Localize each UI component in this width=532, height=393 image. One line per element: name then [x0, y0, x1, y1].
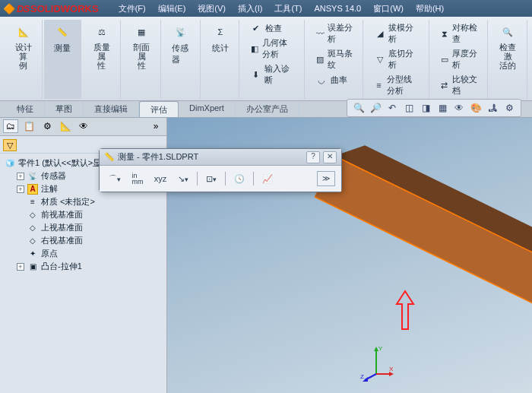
statistics-button[interactable]: Σ 统计	[208, 21, 233, 55]
thickness-icon: ▭	[440, 53, 449, 65]
tree-right-plane[interactable]: ◇ 右视基准面	[15, 234, 163, 247]
tab-dimxpert[interactable]: DimXpert	[179, 101, 236, 117]
measure-dialog-titlebar[interactable]: 📏 测量 - 零件1.SLDPRT ? ✕	[100, 149, 341, 166]
check-button[interactable]: ✔检查	[247, 21, 298, 35]
tree-material[interactable]: ≡ 材质 <未指定>	[15, 195, 163, 208]
part-icon: 🧊	[5, 158, 15, 169]
app-vendor: DS	[17, 3, 29, 14]
compare-icon: ⇄	[440, 79, 449, 91]
sensor-label: 传感器	[172, 43, 191, 65]
menu-view[interactable]: 视图(V)	[192, 1, 232, 17]
parting-line-button[interactable]: ≡分型线分析	[371, 73, 422, 97]
xyz-button[interactable]: xyz	[151, 170, 169, 187]
projection-button[interactable]: ↘▾	[174, 170, 192, 187]
menu-insert[interactable]: 插入(I)	[232, 1, 268, 17]
collapse-button[interactable]: ≫	[317, 171, 335, 186]
feature-tree-tab-icon[interactable]: 🗂	[3, 119, 18, 133]
draft-icon: ◢	[374, 27, 385, 40]
close-button[interactable]: ✕	[323, 151, 337, 163]
tree-front-plane[interactable]: ◇ 前视基准面	[15, 208, 163, 221]
expand-icon[interactable]: +	[17, 263, 24, 271]
dimxpert-tab-icon[interactable]: 📐	[58, 119, 73, 133]
view-triad-icon: Y X Z	[357, 344, 395, 382]
tab-sketch[interactable]: 草图	[45, 101, 84, 117]
sensor-button[interactable]: 📡 传感器	[169, 21, 194, 67]
tab-direct-edit[interactable]: 直接编辑	[84, 101, 139, 117]
units-button[interactable]: in mm	[128, 170, 147, 187]
property-tab-icon[interactable]: 📋	[21, 119, 36, 133]
view-settings-icon[interactable]: ⚙	[502, 101, 516, 115]
zoom-fit-icon[interactable]: 🔍	[352, 101, 366, 115]
plane-icon: ◇	[27, 236, 38, 246]
check-active-label: 检查激 活的	[499, 43, 518, 70]
parting-line-icon: ≡	[374, 79, 383, 91]
section-props-button[interactable]: ▦ 剖面属 性	[128, 21, 154, 71]
sensor-icon: 📡	[172, 23, 190, 41]
annotations-icon: A	[27, 184, 38, 195]
ribbon: 📐 设计算 例 📏 测量 ⚖ 质量属 性 ▦ 剖面属 性 📡 传感器 Σ 统计	[0, 17, 532, 101]
design-study-button[interactable]: 📐 设计算 例	[11, 21, 36, 71]
menubar: 🔶 DS SOLIDWORKS 文件(F) 编辑(E) 视图(V) 插入(I) …	[0, 0, 532, 17]
measure-label: 测量	[54, 43, 71, 54]
mass-props-icon: ⚖	[93, 23, 111, 41]
symmetry-button[interactable]: ⧗对称检查	[437, 21, 481, 46]
tree-top-plane[interactable]: ◇ 上视基准面	[15, 221, 163, 234]
menu-ansys[interactable]: ANSYS 14.0	[308, 2, 367, 15]
deviation-button[interactable]: 〰误差分析	[312, 21, 356, 46]
measure-button[interactable]: 📏 测量	[50, 21, 74, 55]
zebra-button[interactable]: ▨斑马条纹	[312, 47, 356, 71]
check-active-button[interactable]: 🔍 检查激 活的	[496, 21, 521, 71]
separator	[197, 172, 198, 185]
tree-origin[interactable]: ✦ 原点	[15, 247, 163, 260]
compare-button[interactable]: ⇄比较文档	[437, 73, 481, 97]
tab-office[interactable]: 办公室产品	[236, 101, 299, 117]
tab-feature[interactable]: 特征	[6, 101, 45, 117]
menu-help[interactable]: 帮助(H)	[410, 1, 450, 17]
point-mode-button[interactable]: ⊡▾	[202, 170, 220, 187]
hide-show-icon[interactable]: 👁	[452, 101, 466, 115]
section-view-icon[interactable]: ◫	[402, 101, 416, 115]
history-button[interactable]: 🕓	[230, 170, 249, 187]
measure-dialog-icon: 📏	[104, 152, 115, 162]
draft-button[interactable]: ◢拔模分析	[371, 21, 422, 46]
import-diagnostics-button[interactable]: ⬇输入诊断	[247, 62, 298, 87]
expand-icon[interactable]: +	[17, 173, 24, 180]
import-diag-icon: ⬇	[250, 68, 261, 81]
geometry-analysis-button[interactable]: ◧几何体分析	[247, 36, 298, 61]
menu-file[interactable]: 文件(F)	[112, 1, 152, 17]
tab-evaluate[interactable]: 评估	[139, 101, 179, 117]
curvature-button[interactable]: ◡曲率	[312, 73, 356, 87]
expand-icon[interactable]: +	[17, 185, 24, 193]
origin-icon: ✦	[27, 249, 38, 259]
plane-icon: ◇	[27, 210, 38, 220]
panel-chevron-icon[interactable]: »	[148, 119, 163, 133]
menu-tools[interactable]: 工具(T)	[268, 1, 308, 17]
display-tab-icon[interactable]: 👁	[76, 119, 91, 133]
apply-scene-icon[interactable]: 🏞	[486, 101, 499, 115]
filter-icon[interactable]: ▽	[3, 139, 17, 151]
svg-text:Z: Z	[360, 373, 364, 380]
display-style-icon[interactable]: ▦	[435, 101, 449, 115]
svg-text:X: X	[389, 366, 394, 372]
undercut-icon: ▽	[374, 53, 385, 65]
mass-props-button[interactable]: ⚖ 质量属 性	[89, 21, 114, 71]
tree-boss-extrude[interactable]: + ▣ 凸台-拉伸1	[15, 260, 163, 273]
statistics-label: 统计	[212, 43, 229, 54]
zoom-area-icon[interactable]: 🔎	[369, 101, 382, 115]
help-button[interactable]: ?	[306, 151, 320, 163]
edit-appearance-icon[interactable]: 🎨	[469, 101, 483, 115]
thickness-button[interactable]: ▭厚度分析	[437, 47, 481, 71]
measure-dialog[interactable]: 📏 测量 - 零件1.SLDPRT ? ✕ ⌒▾ in mm xyz ↘▾ ⊡▾…	[99, 148, 342, 192]
config-tab-icon[interactable]: ⚙	[40, 119, 55, 133]
arc-mode-button[interactable]: ⌒▾	[106, 170, 124, 187]
section-props-label: 剖面属 性	[131, 43, 150, 70]
prev-view-icon[interactable]: ↶	[385, 101, 399, 115]
annotation-arrow-icon	[394, 287, 416, 333]
menu-window[interactable]: 窗口(W)	[367, 1, 410, 17]
side-tabs: 🗂 📋 ⚙ 📐 👁 »	[0, 118, 166, 136]
menu-edit[interactable]: 编辑(E)	[152, 1, 192, 17]
undercut-button[interactable]: ▽底切分析	[371, 47, 422, 71]
view-orientation-icon[interactable]: ◨	[419, 101, 432, 115]
create-sensor-button[interactable]: 📈	[258, 170, 277, 187]
measure-dialog-body: ⌒▾ in mm xyz ↘▾ ⊡▾ 🕓 📈 ≫	[100, 166, 341, 192]
